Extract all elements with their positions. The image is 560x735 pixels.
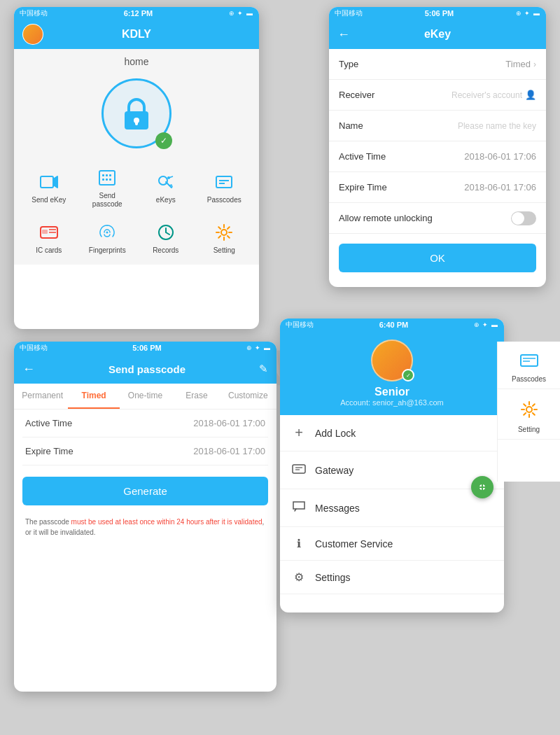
profile-avatar-wrap: ✓	[371, 340, 413, 382]
back-button-ekey[interactable]: ←	[337, 27, 350, 42]
passcodes-label: Passcodes	[207, 196, 241, 204]
status-bar-phone3: 中国移动 5:06 PM ⊕ ✦ ▬	[14, 342, 276, 354]
send-passcode-icon	[94, 165, 120, 190]
time-phone1: 6:12 PM	[124, 9, 153, 18]
edit-icon[interactable]: ✎	[259, 363, 268, 375]
sendpass-header: ← Send passcode ✎	[14, 354, 276, 384]
setting-panel-item[interactable]: Setting	[498, 389, 560, 440]
send-ekey-label: Send eKey	[31, 196, 66, 204]
menu-settings[interactable]: ⚙ Settings	[280, 561, 504, 594]
active-time-label: Active Time	[339, 151, 386, 162]
status-bar-phone1: 中国移动 6:12 PM ⊕ ✦ ▬	[14, 7, 259, 20]
svg-rect-13	[216, 176, 232, 188]
active-time-sp-label: Active Time	[25, 418, 72, 428]
setting-button[interactable]: Setting	[197, 216, 253, 259]
send-passcode-label: Sendpasscode	[92, 192, 122, 209]
allow-remote-row: Allow remote unlocking	[329, 203, 546, 234]
passcodes-panel-item[interactable]: Passcodes	[498, 342, 560, 389]
svg-rect-23	[293, 465, 305, 473]
status-icons-phone1: ⊕ ✦ ▬	[229, 10, 253, 17]
fingerprints-icon	[94, 220, 120, 245]
avatar-image	[23, 24, 43, 44]
fingerprints-button[interactable]: Fingerprints	[80, 216, 136, 259]
menu-customer-service[interactable]: ℹ Customer Service	[280, 527, 504, 561]
messages-icon	[291, 499, 307, 517]
active-time-row: Active Time 2018-06-01 17:06	[329, 141, 546, 172]
menu-gateway[interactable]: Gateway	[280, 451, 504, 489]
profile-header: ✓ Senior Account: senior_ah@163.com	[280, 331, 504, 415]
send-passcode-button[interactable]: Sendpasscode	[80, 161, 136, 213]
tab-permanent[interactable]: Permanent	[17, 384, 68, 409]
carrier-phone1: 中国移动	[20, 8, 48, 18]
passcodes-button[interactable]: Passcodes	[197, 161, 253, 213]
remote-unlock-toggle[interactable]	[511, 211, 536, 225]
send-ekey-button[interactable]: Send eKey	[21, 161, 77, 213]
carrier-phone2: 中国移动	[335, 8, 363, 18]
status-icons-phone2: ⊕ ✦ ▬	[516, 10, 540, 17]
tab-onetime[interactable]: One-time	[120, 384, 171, 409]
float-action-button[interactable]	[471, 476, 493, 498]
svg-point-20	[106, 232, 108, 234]
setting-panel-label: Setting	[518, 426, 540, 433]
tab-customize[interactable]: Customize	[223, 384, 274, 409]
expire-time-row: Expire Time 2018-06-01 17:06	[329, 172, 546, 203]
add-lock-label: Add Lock	[315, 428, 356, 439]
add-lock-icon: +	[291, 425, 307, 441]
expire-time-label: Expire Time	[339, 182, 387, 192]
phone-ekey: 中国移动 5:06 PM ⊕ ✦ ▬ ← eKey Type Timed › R…	[329, 7, 546, 287]
profile-menu: + Add Lock Gateway Messages ℹ Customer S…	[280, 415, 504, 594]
profile-badge-icon: ✓	[402, 369, 414, 382]
phone-send-passcode: 中国移动 5:06 PM ⊕ ✦ ▬ ← Send passcode ✎ Per…	[14, 342, 276, 692]
name-placeholder: Please name the key	[458, 121, 536, 131]
phone-kdly-home: 中国移动 6:12 PM ⊕ ✦ ▬ KDLY home ✓	[14, 7, 259, 329]
svg-rect-9	[106, 178, 108, 181]
setting-icon	[211, 220, 237, 245]
passcode-notice: The passcode must be used at least once …	[22, 517, 268, 538]
notice-highlight: must be used at least once within 24 hou…	[71, 518, 262, 526]
svg-rect-8	[102, 178, 104, 181]
ic-cards-button[interactable]: IC cards	[21, 216, 77, 259]
ok-button[interactable]: OK	[339, 244, 536, 272]
type-value: Timed ›	[505, 59, 536, 69]
svg-point-30	[526, 407, 532, 412]
tab-timed[interactable]: Timed	[68, 384, 119, 409]
receiver-label: Receiver	[339, 90, 374, 100]
kdly-header: KDLY	[14, 20, 259, 49]
allow-remote-label: Allow remote unlocking	[339, 213, 433, 223]
chevron-right-icon: ›	[533, 59, 536, 69]
svg-rect-5	[102, 174, 104, 176]
person-icon: 👤	[525, 90, 536, 100]
menu-messages[interactable]: Messages	[280, 489, 504, 527]
passcodes-panel-label: Passcodes	[512, 375, 546, 383]
send-ekey-icon	[36, 169, 62, 195]
svg-rect-6	[106, 174, 108, 176]
records-icon	[153, 220, 178, 245]
generate-button[interactable]: Generate	[22, 477, 268, 505]
icons-grid: Send eKey Sendpasscode eKeys Passcodes	[14, 155, 259, 265]
svg-rect-2	[135, 121, 138, 125]
lock-icon	[119, 94, 154, 133]
receiver-row[interactable]: Receiver Receiver's account 👤	[329, 80, 546, 111]
status-icons-phone3: ⊕ ✦ ▬	[246, 344, 271, 351]
menu-add-lock[interactable]: + Add Lock	[280, 415, 504, 451]
avatar[interactable]	[22, 24, 43, 45]
expire-time-sp-value: 2018-06-01 17:00	[193, 446, 265, 456]
lock-area[interactable]: ✓	[14, 71, 259, 155]
phone-profile-menu: 中国移动 6:40 PM ⊕ ✦ ▬ ✓ Senior Account: sen…	[280, 318, 504, 612]
ekeys-button[interactable]: eKeys	[138, 161, 194, 213]
type-row[interactable]: Type Timed ›	[329, 49, 546, 80]
back-button-sendpass[interactable]: ←	[22, 362, 35, 377]
passcodes-panel-icon	[520, 353, 538, 372]
records-button[interactable]: Records	[138, 216, 194, 259]
status-bar-phone4: 中国移动 6:40 PM ⊕ ✦ ▬	[280, 318, 504, 331]
profile-account: Account: senior_ah@163.com	[340, 398, 444, 407]
svg-rect-27	[521, 355, 538, 366]
name-row[interactable]: Name Please name the key	[329, 111, 546, 141]
lock-circle: ✓	[102, 78, 172, 148]
time-phone3: 5:06 PM	[132, 344, 162, 352]
time-phone2: 5:06 PM	[425, 9, 454, 18]
tab-erase[interactable]: Erase	[171, 384, 222, 409]
status-icons-phone4: ⊕ ✦ ▬	[474, 321, 498, 328]
sendpass-content: Active Time 2018-06-01 17:00 Expire Time…	[14, 410, 276, 538]
customer-service-label: Customer Service	[315, 538, 393, 550]
